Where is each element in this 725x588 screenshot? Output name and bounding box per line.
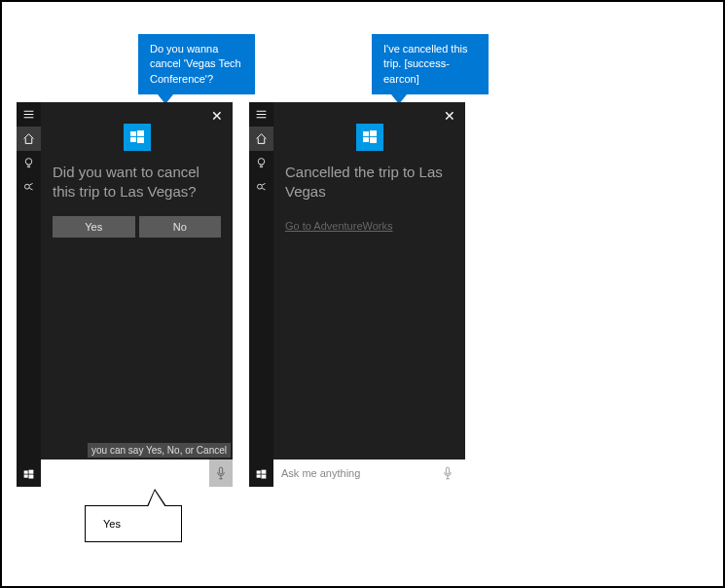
svg-rect-27 [363, 131, 369, 136]
microphone-icon[interactable] [438, 466, 457, 480]
cortana-panel-result: ✕ Cancelled the trip to Las Vegas Go to … [249, 102, 465, 487]
svg-rect-11 [130, 131, 136, 136]
go-to-app-link[interactable]: Go to AdventureWorks [285, 220, 392, 232]
hamburger-icon[interactable] [249, 102, 273, 127]
close-icon[interactable]: ✕ [444, 108, 455, 124]
main-area: ✕ Did you want to cancel this trip to La… [41, 102, 233, 487]
sidebar [249, 102, 273, 487]
search-input[interactable] [49, 467, 209, 479]
svg-point-22 [257, 184, 262, 189]
feedback-icon[interactable] [17, 175, 41, 200]
svg-rect-24 [262, 470, 267, 474]
input-bar [41, 459, 233, 487]
svg-rect-14 [137, 137, 144, 143]
search-input[interactable] [281, 467, 438, 479]
app-tile-icon [356, 124, 383, 151]
svg-rect-26 [262, 475, 267, 479]
yes-button[interactable]: Yes [53, 216, 135, 238]
svg-point-3 [25, 159, 32, 165]
svg-rect-10 [29, 475, 34, 479]
microphone-icon[interactable] [209, 459, 233, 487]
svg-rect-13 [130, 137, 136, 142]
document-frame: Do you wanna cancel 'Vegas Tech Conferen… [0, 0, 725, 588]
svg-rect-7 [24, 470, 28, 473]
hamburger-icon[interactable] [17, 102, 41, 127]
no-button[interactable]: No [139, 216, 222, 238]
svg-rect-9 [24, 475, 28, 478]
windows-start-icon[interactable] [17, 462, 41, 487]
bulb-icon[interactable] [17, 151, 41, 175]
content-area: Did you want to cancel this trip to Las … [41, 163, 233, 459]
home-icon[interactable] [17, 127, 41, 151]
input-bar [273, 459, 465, 487]
main-area: ✕ Cancelled the trip to Las Vegas Go to … [273, 102, 465, 487]
svg-rect-28 [370, 130, 377, 136]
svg-rect-30 [370, 137, 377, 143]
svg-rect-31 [446, 467, 449, 474]
svg-point-6 [24, 184, 29, 189]
sidebar [17, 102, 41, 487]
svg-rect-25 [257, 475, 261, 478]
app-tile-icon [124, 124, 151, 151]
user-speech-left: Yes [85, 505, 182, 542]
content-area: Cancelled the trip to Las Vegas Go to Ad… [273, 163, 465, 459]
svg-rect-15 [219, 467, 222, 474]
home-icon[interactable] [249, 127, 273, 151]
svg-rect-12 [137, 130, 144, 136]
cortana-speech-right: I've cancelled this trip. [success-earco… [372, 34, 489, 94]
windows-start-icon[interactable] [249, 462, 273, 487]
svg-rect-23 [257, 470, 261, 473]
svg-rect-8 [29, 470, 34, 474]
svg-point-19 [258, 159, 265, 165]
cortana-panel-confirm: ✕ Did you want to cancel this trip to La… [17, 102, 233, 487]
feedback-icon[interactable] [249, 175, 273, 200]
result-text: Cancelled the trip to Las Vegas [285, 163, 453, 201]
close-icon[interactable]: ✕ [211, 108, 223, 124]
voice-hint: you can say Yes, No, or Cancel [88, 443, 231, 458]
button-row: Yes No [53, 216, 221, 238]
cortana-speech-left: Do you wanna cancel 'Vegas Tech Conferen… [138, 34, 255, 94]
svg-rect-29 [363, 137, 369, 142]
prompt-text: Did you want to cancel this trip to Las … [53, 163, 221, 201]
bulb-icon[interactable] [249, 151, 273, 175]
